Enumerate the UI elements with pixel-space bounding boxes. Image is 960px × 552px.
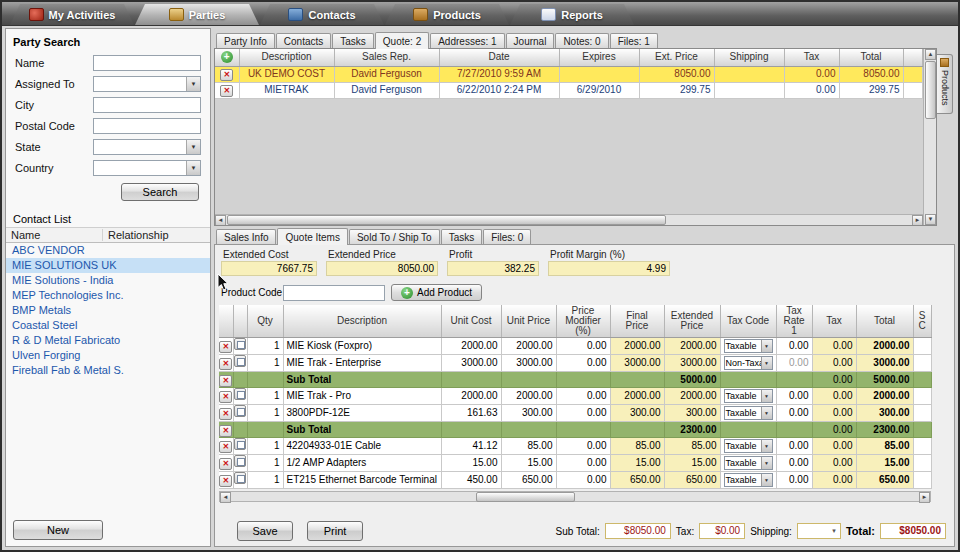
delete-icon[interactable]: ✕ [219,425,232,437]
price-modifier-cell[interactable]: 0.00 [556,438,610,455]
delete-icon[interactable]: ✕ [219,441,232,453]
contact-list-item[interactable]: Fireball Fab & Metal S. [6,363,210,378]
price-modifier-cell[interactable]: 0.00 [556,405,610,422]
add-product-button[interactable]: + Add Product [391,284,482,301]
qty-cell[interactable]: 1 [247,388,283,405]
tax-rate-cell[interactable]: 0.00 [776,338,812,355]
tab-journal[interactable]: Journal [506,33,555,48]
scroll-right-button[interactable]: ► [912,215,923,225]
contact-list-item[interactable]: Coastal Steel [6,318,210,333]
hscrollbar-thumb[interactable] [476,492,575,502]
tax-code-select[interactable]: Taxable▼ [724,339,773,353]
quote-row[interactable]: ✕UK DEMO COSTDavid Ferguson7/27/2010 9:5… [215,66,923,82]
nav-tab-products[interactable]: Products [385,4,509,25]
unit-cost-cell[interactable]: 15.00 [441,455,501,472]
add-quote-button[interactable]: + [221,51,233,63]
vscrollbar-thumb[interactable] [925,61,936,119]
nav-tab-my-activities[interactable]: My Activities [10,4,134,25]
tab-quote-2[interactable]: Quote: 2 [375,32,429,49]
item-detail-button[interactable] [234,405,246,417]
item-detail-button[interactable] [234,338,246,350]
contact-list-item[interactable]: BMP Metals [6,303,210,318]
scroll-left-button[interactable]: ◄ [215,215,226,225]
scroll-left-button[interactable]: ◄ [220,492,231,503]
tax-code-select[interactable]: Taxable▼ [724,406,773,420]
nav-tab-reports[interactable]: Reports [510,4,634,25]
price-modifier-cell[interactable]: 0.00 [556,355,610,372]
tax-code-select[interactable]: Taxable▼ [724,389,773,403]
tab-tasks[interactable]: Tasks [332,33,374,48]
item-detail-button[interactable] [234,472,246,484]
unit-price-cell[interactable]: 85.00 [501,438,556,455]
tab-addresses-1[interactable]: Addresses: 1 [430,33,504,48]
tax-rate-cell[interactable]: 0.00 [776,472,812,489]
print-button[interactable]: Print [307,521,363,541]
unit-cost-cell[interactable]: 450.00 [441,472,501,489]
delete-icon[interactable]: ✕ [219,408,232,420]
tax-rate-cell[interactable]: 0.00 [776,405,812,422]
unit-cost-cell[interactable]: 161.63 [441,405,501,422]
city-input[interactable] [93,97,201,113]
price-modifier-cell[interactable]: 0.00 [556,338,610,355]
search-button[interactable]: Search [121,183,199,201]
price-modifier-cell[interactable]: 0.00 [556,455,610,472]
unit-price-cell[interactable]: 300.00 [501,405,556,422]
tab-party-info[interactable]: Party Info [216,33,275,48]
contact-list-item[interactable]: MEP Technologies Inc. [6,288,210,303]
tab-notes-0[interactable]: Notes: 0 [555,33,608,48]
name-input[interactable] [93,55,201,71]
unit-price-cell[interactable]: 3000.00 [501,355,556,372]
contact-list-item[interactable]: R & D Metal Fabricato [6,333,210,348]
tax-code-select[interactable]: Taxable▼ [724,439,773,453]
subtab-sales-info[interactable]: Sales Info [216,229,276,244]
tab-files-1[interactable]: Files: 1 [610,33,658,48]
qty-cell[interactable]: 1 [247,355,283,372]
item-detail-button[interactable] [234,355,246,367]
delete-icon[interactable]: ✕ [219,341,232,353]
hscrollbar-thumb[interactable] [227,215,666,225]
price-modifier-cell[interactable]: 0.00 [556,472,610,489]
postal-code-input[interactable] [93,118,201,134]
tax-code-select[interactable]: Taxable▼ [724,473,773,487]
qty-cell[interactable]: 1 [247,338,283,355]
tax-rate-cell[interactable]: 0.00 [776,455,812,472]
nav-tab-contacts[interactable]: Contacts [260,4,384,25]
qty-cell[interactable]: 1 [247,405,283,422]
qty-cell[interactable]: 1 [247,472,283,489]
item-detail-button[interactable] [234,438,246,450]
price-modifier-cell[interactable]: 0.00 [556,388,610,405]
delete-icon[interactable]: ✕ [219,458,232,470]
save-button[interactable]: Save [237,521,293,541]
nav-tab-parties[interactable]: Parties [135,4,259,25]
subtab-files-0[interactable]: Files: 0 [483,229,531,244]
delete-icon[interactable]: ✕ [219,391,232,403]
unit-cost-cell[interactable]: 41.12 [441,438,501,455]
tax-rate-cell[interactable]: 0.00 [776,355,812,372]
unit-price-cell[interactable]: 2000.00 [501,388,556,405]
scroll-down-button[interactable]: ▼ [925,214,936,225]
tax-rate-cell[interactable]: 0.00 [776,438,812,455]
qty-cell[interactable]: 1 [247,455,283,472]
unit-price-cell[interactable]: 15.00 [501,455,556,472]
scroll-up-button[interactable]: ▲ [925,49,936,60]
contact-list-item[interactable]: MIE Solutions - India [6,273,210,288]
unit-cost-cell[interactable]: 3000.00 [441,355,501,372]
delete-icon[interactable]: ✕ [219,375,232,387]
tax-code-select[interactable]: Non-Taxab▼ [724,356,773,370]
product-code-input[interactable] [283,285,385,301]
qty-cell[interactable]: 1 [247,438,283,455]
subtab-quote-items[interactable]: Quote Items [277,228,347,245]
new-button[interactable]: New [13,520,103,540]
unit-price-cell[interactable]: 2000.00 [501,338,556,355]
unit-price-cell[interactable]: 650.00 [501,472,556,489]
item-detail-button[interactable] [234,455,246,467]
quote-row[interactable]: ✕MIETRAKDavid Ferguson6/22/2010 2:24 PM6… [215,82,923,98]
unit-cost-cell[interactable]: 2000.00 [441,388,501,405]
delete-icon[interactable]: ✕ [220,69,233,81]
scroll-right-button[interactable]: ► [919,492,930,503]
tax-code-select[interactable]: Taxable▼ [724,456,773,470]
assigned-to-select[interactable]: ▼ [93,76,201,92]
products-side-tab[interactable]: Products [937,54,953,114]
contact-list-item[interactable]: MIE SOLUTIONS UK [6,258,210,273]
unit-cost-cell[interactable]: 2000.00 [441,338,501,355]
